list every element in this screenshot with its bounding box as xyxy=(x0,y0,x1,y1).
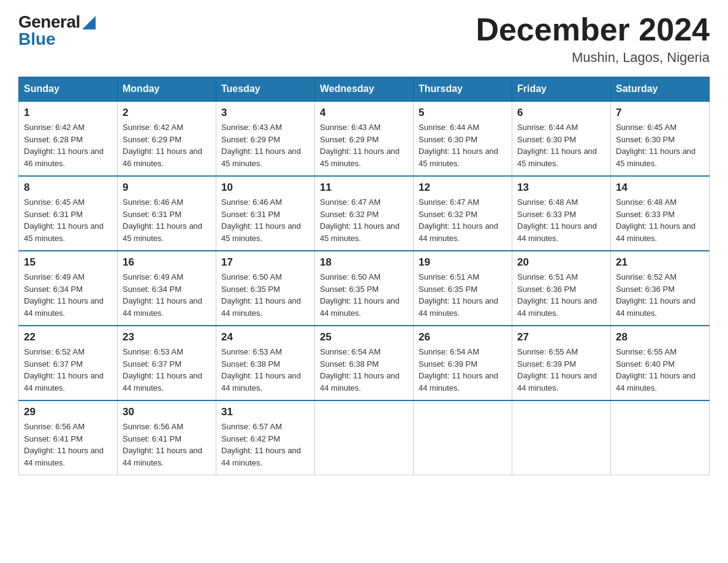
day-number: 6 xyxy=(517,107,605,119)
header-sunday: Sunday xyxy=(19,77,118,102)
calendar-cell: 25 Sunrise: 6:54 AMSunset: 6:38 PMDaylig… xyxy=(315,326,414,400)
day-info: Sunrise: 6:46 AMSunset: 6:31 PMDaylight:… xyxy=(123,197,202,243)
day-number: 26 xyxy=(419,331,507,343)
calendar-cell: 29 Sunrise: 6:56 AMSunset: 6:41 PMDaylig… xyxy=(19,400,118,475)
calendar-cell xyxy=(512,400,611,475)
day-info: Sunrise: 6:54 AMSunset: 6:38 PMDaylight:… xyxy=(320,347,400,393)
day-number: 1 xyxy=(24,107,112,119)
title-block: December 2024 Mushin, Lagos, Nigeria xyxy=(476,12,710,66)
day-number: 31 xyxy=(221,406,309,418)
logo-triangle-icon xyxy=(82,16,96,29)
svg-marker-0 xyxy=(82,16,96,29)
day-number: 2 xyxy=(123,107,211,119)
header-tuesday: Tuesday xyxy=(216,77,315,102)
calendar-cell: 8 Sunrise: 6:45 AMSunset: 6:31 PMDayligh… xyxy=(19,176,118,251)
calendar-cell: 17 Sunrise: 6:50 AMSunset: 6:35 PMDaylig… xyxy=(216,251,315,326)
calendar-cell: 18 Sunrise: 6:50 AMSunset: 6:35 PMDaylig… xyxy=(315,251,414,326)
week-row-2: 8 Sunrise: 6:45 AMSunset: 6:31 PMDayligh… xyxy=(19,176,710,251)
day-number: 20 xyxy=(517,256,605,269)
day-number: 11 xyxy=(320,182,408,194)
day-info: Sunrise: 6:52 AMSunset: 6:36 PMDaylight:… xyxy=(616,272,696,318)
day-info: Sunrise: 6:45 AMSunset: 6:30 PMDaylight:… xyxy=(616,123,696,168)
day-info: Sunrise: 6:53 AMSunset: 6:37 PMDaylight:… xyxy=(123,347,202,393)
week-row-1: 1 Sunrise: 6:42 AMSunset: 6:28 PMDayligh… xyxy=(19,101,710,176)
week-row-5: 29 Sunrise: 6:56 AMSunset: 6:41 PMDaylig… xyxy=(19,400,710,475)
day-number: 18 xyxy=(320,256,408,269)
day-info: Sunrise: 6:47 AMSunset: 6:32 PMDaylight:… xyxy=(320,197,400,243)
calendar-cell: 16 Sunrise: 6:49 AMSunset: 6:34 PMDaylig… xyxy=(118,251,216,326)
calendar-cell: 21 Sunrise: 6:52 AMSunset: 6:36 PMDaylig… xyxy=(611,251,710,326)
day-info: Sunrise: 6:56 AMSunset: 6:41 PMDaylight:… xyxy=(24,422,104,467)
day-number: 16 xyxy=(123,256,211,269)
calendar-cell: 11 Sunrise: 6:47 AMSunset: 6:32 PMDaylig… xyxy=(315,176,414,251)
calendar-cell: 6 Sunrise: 6:44 AMSunset: 6:30 PMDayligh… xyxy=(512,101,611,176)
calendar-cell: 9 Sunrise: 6:46 AMSunset: 6:31 PMDayligh… xyxy=(118,176,216,251)
calendar-cell: 4 Sunrise: 6:43 AMSunset: 6:29 PMDayligh… xyxy=(315,101,414,176)
week-row-3: 15 Sunrise: 6:49 AMSunset: 6:34 PMDaylig… xyxy=(19,251,710,326)
day-info: Sunrise: 6:46 AMSunset: 6:31 PMDaylight:… xyxy=(221,197,301,243)
page-header: General Blue December 2024 Mushin, Lagos… xyxy=(18,12,710,66)
day-info: Sunrise: 6:42 AMSunset: 6:29 PMDaylight:… xyxy=(123,123,202,168)
day-number: 13 xyxy=(517,182,605,194)
day-info: Sunrise: 6:44 AMSunset: 6:30 PMDaylight:… xyxy=(419,123,498,168)
calendar-cell: 2 Sunrise: 6:42 AMSunset: 6:29 PMDayligh… xyxy=(118,101,216,176)
day-info: Sunrise: 6:45 AMSunset: 6:31 PMDaylight:… xyxy=(24,197,104,243)
day-info: Sunrise: 6:43 AMSunset: 6:29 PMDaylight:… xyxy=(221,123,301,168)
day-number: 4 xyxy=(320,107,408,119)
day-number: 9 xyxy=(123,182,211,194)
day-number: 3 xyxy=(221,107,309,119)
calendar-header-row: Sunday Monday Tuesday Wednesday Thursday… xyxy=(19,77,710,102)
day-info: Sunrise: 6:48 AMSunset: 6:33 PMDaylight:… xyxy=(616,197,696,243)
calendar-cell: 7 Sunrise: 6:45 AMSunset: 6:30 PMDayligh… xyxy=(611,101,710,176)
calendar-cell: 14 Sunrise: 6:48 AMSunset: 6:33 PMDaylig… xyxy=(611,176,710,251)
day-number: 27 xyxy=(517,331,605,343)
calendar-cell: 30 Sunrise: 6:56 AMSunset: 6:41 PMDaylig… xyxy=(118,400,216,475)
day-number: 29 xyxy=(24,406,112,418)
day-number: 24 xyxy=(221,331,309,343)
day-number: 15 xyxy=(24,256,112,269)
day-number: 21 xyxy=(616,256,704,269)
calendar-table: Sunday Monday Tuesday Wednesday Thursday… xyxy=(18,77,710,475)
day-number: 8 xyxy=(24,182,112,194)
header-wednesday: Wednesday xyxy=(315,77,414,102)
day-info: Sunrise: 6:48 AMSunset: 6:33 PMDaylight:… xyxy=(517,197,597,243)
day-info: Sunrise: 6:49 AMSunset: 6:34 PMDaylight:… xyxy=(24,272,104,318)
header-thursday: Thursday xyxy=(414,77,512,102)
day-info: Sunrise: 6:47 AMSunset: 6:32 PMDaylight:… xyxy=(419,197,498,243)
day-number: 25 xyxy=(320,331,408,343)
day-number: 12 xyxy=(419,182,507,194)
day-number: 22 xyxy=(24,331,112,343)
page-title: December 2024 xyxy=(476,12,710,47)
calendar-cell: 15 Sunrise: 6:49 AMSunset: 6:34 PMDaylig… xyxy=(19,251,118,326)
calendar-cell: 10 Sunrise: 6:46 AMSunset: 6:31 PMDaylig… xyxy=(216,176,315,251)
calendar-cell: 23 Sunrise: 6:53 AMSunset: 6:37 PMDaylig… xyxy=(118,326,216,400)
calendar-cell: 13 Sunrise: 6:48 AMSunset: 6:33 PMDaylig… xyxy=(512,176,611,251)
calendar-cell: 22 Sunrise: 6:52 AMSunset: 6:37 PMDaylig… xyxy=(19,326,118,400)
calendar-cell: 31 Sunrise: 6:57 AMSunset: 6:42 PMDaylig… xyxy=(216,400,315,475)
day-info: Sunrise: 6:52 AMSunset: 6:37 PMDaylight:… xyxy=(24,347,104,393)
day-info: Sunrise: 6:50 AMSunset: 6:35 PMDaylight:… xyxy=(221,272,301,318)
day-number: 30 xyxy=(123,406,211,418)
calendar-cell: 20 Sunrise: 6:51 AMSunset: 6:36 PMDaylig… xyxy=(512,251,611,326)
page-subtitle: Mushin, Lagos, Nigeria xyxy=(476,50,710,66)
logo: General Blue xyxy=(18,12,96,49)
calendar-cell: 5 Sunrise: 6:44 AMSunset: 6:30 PMDayligh… xyxy=(414,101,512,176)
calendar-cell: 1 Sunrise: 6:42 AMSunset: 6:28 PMDayligh… xyxy=(19,101,118,176)
day-number: 7 xyxy=(616,107,704,119)
calendar-cell: 27 Sunrise: 6:55 AMSunset: 6:39 PMDaylig… xyxy=(512,326,611,400)
day-number: 28 xyxy=(616,331,704,343)
calendar-cell: 24 Sunrise: 6:53 AMSunset: 6:38 PMDaylig… xyxy=(216,326,315,400)
calendar-cell: 19 Sunrise: 6:51 AMSunset: 6:35 PMDaylig… xyxy=(414,251,512,326)
week-row-4: 22 Sunrise: 6:52 AMSunset: 6:37 PMDaylig… xyxy=(19,326,710,400)
day-info: Sunrise: 6:50 AMSunset: 6:35 PMDaylight:… xyxy=(320,272,400,318)
calendar-cell: 3 Sunrise: 6:43 AMSunset: 6:29 PMDayligh… xyxy=(216,101,315,176)
day-info: Sunrise: 6:55 AMSunset: 6:39 PMDaylight:… xyxy=(517,347,597,393)
calendar-cell: 26 Sunrise: 6:54 AMSunset: 6:39 PMDaylig… xyxy=(414,326,512,400)
header-saturday: Saturday xyxy=(611,77,710,102)
logo-blue-text: Blue xyxy=(18,29,56,48)
day-info: Sunrise: 6:42 AMSunset: 6:28 PMDaylight:… xyxy=(24,123,104,168)
day-info: Sunrise: 6:55 AMSunset: 6:40 PMDaylight:… xyxy=(616,347,696,393)
day-info: Sunrise: 6:56 AMSunset: 6:41 PMDaylight:… xyxy=(123,422,202,467)
day-number: 19 xyxy=(419,256,507,269)
day-info: Sunrise: 6:51 AMSunset: 6:35 PMDaylight:… xyxy=(419,272,498,318)
